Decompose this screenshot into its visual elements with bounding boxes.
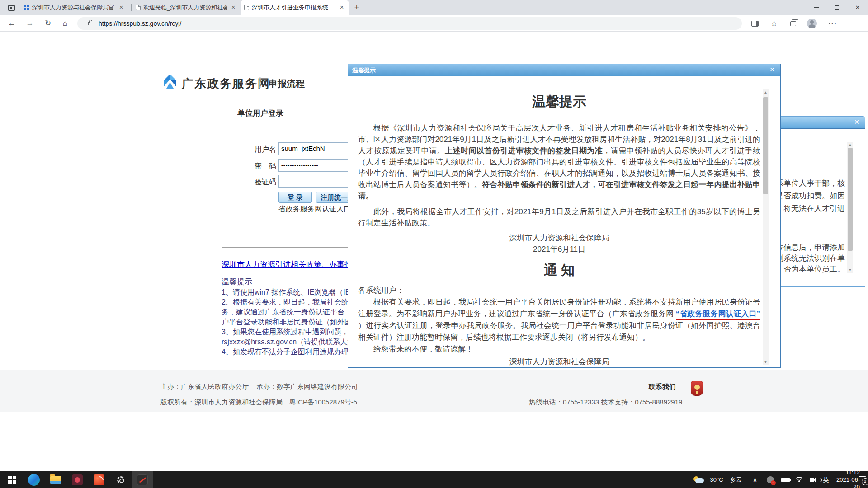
footer-host: 主办：广东省人民政府办公厅	[160, 383, 249, 391]
footer-hotline: 热线电话：0755-12333 技术支持：0755-88892919	[529, 398, 682, 407]
profile-button[interactable]	[806, 17, 818, 30]
browser-window: 深圳市人力资源与社会保障局官 ✕ 欢迎光临_深圳市人力资源和社会 ✕ 深圳市人才…	[0, 0, 868, 488]
sidebar-toggle-icon[interactable]	[749, 17, 761, 30]
speaker-icon	[810, 478, 814, 482]
taskbar-browser-icon[interactable]	[24, 471, 44, 488]
collections-icon	[790, 21, 796, 26]
minimize-icon	[814, 7, 819, 8]
gdzwfw-logo	[162, 73, 178, 89]
captcha-label: 验证码	[239, 178, 276, 187]
back-button[interactable]: ←	[5, 17, 18, 30]
salutation: 各系统用户：	[358, 285, 760, 296]
input-language[interactable]: 英	[820, 471, 832, 488]
page-favicon-icon	[244, 5, 249, 10]
collections-button[interactable]	[787, 17, 799, 30]
tips-list: 1、请使用win7 操作系统、IE浏览器（IE9及IE 2、根据有关要求，即日起…	[222, 287, 353, 357]
tab-bar: 深圳市人力资源与社会保障局官 ✕ 欢迎光临_深圳市人力资源和社会 ✕ 深圳市人才…	[0, 0, 868, 15]
sidebar-icon	[751, 21, 759, 27]
notification-center[interactable]	[856, 471, 868, 488]
brand-divider: |	[259, 75, 262, 89]
login-legend: 单位用户登录	[234, 108, 287, 118]
scroll-up-icon[interactable]: ▲	[847, 142, 853, 148]
tips-line: 1、请使用win7 操作系统、IE浏览器（IE9及IE	[222, 287, 353, 297]
gov-auth-entry-inline-link[interactable]: “省政务服务网认证入口”	[676, 310, 760, 320]
footer-icp[interactable]: 粤ICP备10052879号-5	[289, 398, 357, 407]
notice-paragraph-3: 根据有关要求，即日起，我局社会统一用户平台关闭居民身份证注册功能，系统将不支持新…	[358, 296, 760, 343]
tab-close-icon[interactable]: ✕	[230, 5, 237, 10]
tab-separator	[131, 4, 132, 11]
home-button[interactable]: ⌂	[59, 17, 71, 30]
username-label: 用户名	[239, 145, 276, 155]
browser-tab-1[interactable]: 深圳市人力资源与社会保障局官 ✕	[20, 0, 128, 15]
tray-app-badge[interactable]	[764, 471, 777, 488]
dialog-close-icon[interactable]: ✕	[854, 118, 859, 126]
gear-icon	[117, 476, 124, 483]
footer-undertake: 承办：数字广东网络建设有限公司	[256, 383, 358, 391]
modal-scrollbar[interactable]: ▲ ▼	[763, 89, 769, 365]
tab-close-icon[interactable]: ✕	[338, 5, 345, 10]
windows-taskbar: 30°C 多云 ∧ 英 11:12 2021-06-20	[0, 471, 868, 488]
network-indicator[interactable]	[793, 471, 806, 488]
browser-tab-3-active[interactable]: 深圳市人才引进业务申报系统 ✕	[241, 0, 349, 15]
n-text: ）进行实名认证注册，登录申办我局政务服务。我局社会统一用户平台登录功能和非居民身…	[358, 321, 760, 342]
battery-indicator[interactable]	[778, 471, 792, 488]
volume-indicator[interactable]	[807, 471, 820, 488]
tips-line: rsjxxzx@hrss.sz.gov.cn（请提供联系人姓名、	[222, 337, 353, 347]
clock[interactable]: 11:12 2021-06-20	[832, 471, 860, 488]
notice-heading-1: 温馨提示	[358, 93, 760, 111]
p1-bold: 上述时间以首份引进审核文件的签发日期为准	[445, 146, 603, 155]
taskbar-app-3[interactable]	[67, 471, 88, 488]
cloud-icon	[693, 476, 704, 483]
tips-line: 务，建议通过广东省统一身份认证平台（广东	[222, 307, 353, 317]
password-label: 密 码	[239, 162, 276, 171]
refresh-button[interactable]: ↻	[42, 17, 54, 30]
window-maximize-button[interactable]	[826, 0, 847, 15]
tab-title: 欢迎光临_深圳市人力资源和社会	[143, 4, 227, 12]
scroll-down-icon[interactable]: ▼	[847, 267, 853, 273]
police-badge-icon[interactable]	[691, 381, 703, 396]
weather-temp[interactable]: 30°C	[706, 471, 727, 488]
scrollbar-thumb[interactable]	[763, 97, 768, 194]
date-1: 2021年6月11日	[358, 244, 760, 255]
footer-copyright: 版权所有：深圳市人力资源和社会保障局	[160, 398, 283, 407]
browser-tab-2[interactable]: 欢迎光临_深圳市人力资源和社会 ✕	[132, 0, 241, 15]
login-button[interactable]: 登 录	[278, 192, 312, 203]
app-icon	[137, 474, 148, 485]
tab-actions-menu[interactable]	[5, 3, 17, 12]
window-minimize-button[interactable]	[806, 0, 826, 15]
browser-toolbar: ← → ↻ ⌂ https://hrsspub.sz.gov.cn/rcyj/ …	[0, 15, 868, 32]
forward-button[interactable]: →	[24, 17, 36, 30]
taskbar-app-4[interactable]	[89, 471, 109, 488]
window-close-button[interactable]: ✕	[847, 0, 868, 15]
tab-close-icon[interactable]: ✕	[118, 5, 125, 10]
new-tab-button[interactable]: +	[351, 2, 363, 14]
modal-close-icon[interactable]: ✕	[769, 66, 775, 73]
modal-body: 温馨提示 根据《深圳市人力资源和社会保障局关于高层次人才业务、新引进人才租房和生…	[348, 76, 780, 367]
taskbar-settings[interactable]	[110, 471, 131, 488]
favorites-button[interactable]: ☆	[768, 17, 780, 30]
notice-modal: 温馨提示 ✕ 温馨提示 根据《深圳市人力资源和社会保障局关于高层次人才业务、新引…	[348, 64, 781, 368]
tips-line: 户平台登录功能和非居民身份证（如外国护照	[222, 317, 353, 327]
weather-desc[interactable]: 多云	[727, 471, 745, 488]
dialog-scrollbar[interactable]: ▲ ▼	[847, 142, 853, 273]
hidden-icons-chevron[interactable]: ∧	[750, 471, 760, 488]
tab-title: 深圳市人才引进业务申报系统	[252, 4, 335, 12]
url-text: https://hrsspub.sz.gov.cn/rcyj/	[99, 20, 181, 27]
address-bar[interactable]: https://hrsspub.sz.gov.cn/rcyj/	[77, 17, 742, 30]
app-icon	[94, 474, 104, 485]
more-menu-button[interactable]: ···	[826, 17, 839, 30]
notice-heading-2: 通 知	[358, 261, 760, 279]
tips-line: 4、如发现有不法分子企图利用违规办理人才引	[222, 347, 353, 357]
scroll-down-icon[interactable]: ▼	[763, 359, 769, 365]
taskbar-app-6-active[interactable]	[132, 471, 153, 488]
start-button[interactable]	[2, 471, 23, 488]
scroll-up-icon[interactable]: ▲	[763, 89, 769, 95]
page-favicon-icon	[136, 5, 141, 10]
taskbar-explorer-icon[interactable]	[45, 471, 66, 488]
profile-avatar	[807, 19, 817, 28]
contact-us-link[interactable]: 联系我们	[649, 383, 676, 391]
weather-widget[interactable]	[692, 471, 705, 488]
maximize-icon	[835, 5, 839, 10]
scrollbar-thumb[interactable]	[848, 148, 853, 251]
app-icon	[72, 474, 83, 485]
